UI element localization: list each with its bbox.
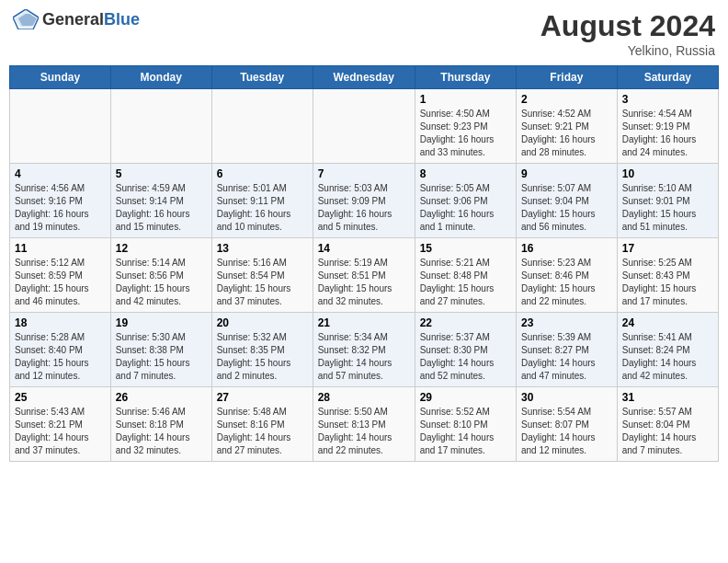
calendar-cell: 12Sunrise: 5:14 AM Sunset: 8:56 PM Dayli…: [110, 238, 211, 313]
week-row-2: 4Sunrise: 4:56 AM Sunset: 9:16 PM Daylig…: [10, 164, 719, 238]
day-number: 16: [521, 242, 612, 255]
day-info: Sunrise: 4:56 AM Sunset: 9:16 PM Dayligh…: [15, 182, 106, 234]
calendar-cell: 22Sunrise: 5:37 AM Sunset: 8:30 PM Dayli…: [415, 313, 516, 387]
day-info: Sunrise: 5:23 AM Sunset: 8:46 PM Dayligh…: [521, 257, 612, 308]
day-number: 29: [420, 391, 511, 404]
day-info: Sunrise: 5:14 AM Sunset: 8:56 PM Dayligh…: [116, 257, 207, 308]
calendar-cell: 30Sunrise: 5:54 AM Sunset: 8:07 PM Dayli…: [516, 387, 617, 462]
calendar-cell: 27Sunrise: 5:48 AM Sunset: 8:16 PM Dayli…: [211, 387, 313, 462]
day-number: 1: [420, 93, 511, 106]
day-number: 17: [622, 242, 713, 255]
day-info: Sunrise: 5:46 AM Sunset: 8:18 PM Dayligh…: [116, 406, 207, 457]
calendar-cell: 23Sunrise: 5:39 AM Sunset: 8:27 PM Dayli…: [516, 313, 617, 387]
subtitle: Yelkino, Russia: [540, 43, 715, 58]
calendar-cell: 1Sunrise: 4:50 AM Sunset: 9:23 PM Daylig…: [415, 89, 516, 164]
day-number: 25: [15, 391, 106, 404]
calendar-cell: 17Sunrise: 5:25 AM Sunset: 8:43 PM Dayli…: [617, 238, 718, 313]
day-number: 3: [622, 93, 713, 106]
calendar-body: 1Sunrise: 4:50 AM Sunset: 9:23 PM Daylig…: [10, 89, 719, 462]
day-number: 27: [217, 391, 308, 404]
calendar-table: SundayMondayTuesdayWednesdayThursdayFrid…: [9, 65, 719, 462]
calendar-cell: 4Sunrise: 4:56 AM Sunset: 9:16 PM Daylig…: [10, 164, 111, 238]
day-header-wednesday: Wednesday: [313, 66, 415, 89]
calendar-cell: 13Sunrise: 5:16 AM Sunset: 8:54 PM Dayli…: [211, 238, 313, 313]
header-row: SundayMondayTuesdayWednesdayThursdayFrid…: [10, 66, 719, 89]
day-header-sunday: Sunday: [10, 66, 111, 89]
day-number: 10: [622, 167, 713, 180]
logo-blue: Blue: [104, 10, 140, 29]
calendar-cell: 24Sunrise: 5:41 AM Sunset: 8:24 PM Dayli…: [617, 313, 718, 387]
week-row-5: 25Sunrise: 5:43 AM Sunset: 8:21 PM Dayli…: [10, 387, 719, 462]
calendar-cell: 26Sunrise: 5:46 AM Sunset: 8:18 PM Dayli…: [110, 387, 211, 462]
day-header-thursday: Thursday: [415, 66, 516, 89]
day-info: Sunrise: 5:01 AM Sunset: 9:11 PM Dayligh…: [217, 182, 308, 234]
calendar-cell: 18Sunrise: 5:28 AM Sunset: 8:40 PM Dayli…: [10, 313, 111, 387]
day-info: Sunrise: 5:50 AM Sunset: 8:13 PM Dayligh…: [318, 406, 410, 457]
day-number: 19: [116, 316, 207, 329]
day-info: Sunrise: 5:57 AM Sunset: 8:04 PM Dayligh…: [622, 406, 713, 457]
day-info: Sunrise: 5:25 AM Sunset: 8:43 PM Dayligh…: [622, 257, 713, 308]
logo-icon: [13, 9, 39, 29]
day-number: 2: [521, 93, 612, 106]
week-row-1: 1Sunrise: 4:50 AM Sunset: 9:23 PM Daylig…: [10, 89, 719, 164]
calendar-cell: 2Sunrise: 4:52 AM Sunset: 9:21 PM Daylig…: [516, 89, 617, 164]
day-number: 26: [116, 391, 207, 404]
calendar-cell: 31Sunrise: 5:57 AM Sunset: 8:04 PM Dayli…: [617, 387, 718, 462]
day-info: Sunrise: 5:21 AM Sunset: 8:48 PM Dayligh…: [420, 257, 511, 308]
day-number: 24: [622, 316, 713, 329]
title-block: August 2024 Yelkino, Russia: [540, 9, 715, 58]
calendar-cell: [110, 89, 211, 164]
calendar-cell: 28Sunrise: 5:50 AM Sunset: 8:13 PM Dayli…: [313, 387, 415, 462]
day-number: 28: [318, 391, 410, 404]
day-header-saturday: Saturday: [617, 66, 718, 89]
calendar-cell: 15Sunrise: 5:21 AM Sunset: 8:48 PM Dayli…: [415, 238, 516, 313]
calendar-cell: 7Sunrise: 5:03 AM Sunset: 9:09 PM Daylig…: [313, 164, 415, 238]
day-info: Sunrise: 4:50 AM Sunset: 9:23 PM Dayligh…: [420, 108, 511, 159]
day-number: 22: [420, 316, 511, 329]
day-info: Sunrise: 5:54 AM Sunset: 8:07 PM Dayligh…: [521, 406, 612, 457]
main-title: August 2024: [540, 9, 715, 43]
day-info: Sunrise: 5:34 AM Sunset: 8:32 PM Dayligh…: [318, 331, 410, 383]
day-info: Sunrise: 4:54 AM Sunset: 9:19 PM Dayligh…: [622, 108, 713, 159]
day-info: Sunrise: 5:52 AM Sunset: 8:10 PM Dayligh…: [420, 406, 511, 457]
day-info: Sunrise: 4:59 AM Sunset: 9:14 PM Dayligh…: [116, 182, 207, 234]
day-info: Sunrise: 5:48 AM Sunset: 8:16 PM Dayligh…: [217, 406, 308, 457]
day-info: Sunrise: 4:52 AM Sunset: 9:21 PM Dayligh…: [521, 108, 612, 159]
calendar-cell: 21Sunrise: 5:34 AM Sunset: 8:32 PM Dayli…: [313, 313, 415, 387]
calendar-cell: 9Sunrise: 5:07 AM Sunset: 9:04 PM Daylig…: [516, 164, 617, 238]
day-header-tuesday: Tuesday: [211, 66, 313, 89]
day-info: Sunrise: 5:12 AM Sunset: 8:59 PM Dayligh…: [15, 257, 106, 308]
calendar-cell: 8Sunrise: 5:05 AM Sunset: 9:06 PM Daylig…: [415, 164, 516, 238]
day-number: 31: [622, 391, 713, 404]
day-number: 30: [521, 391, 612, 404]
day-number: 23: [521, 316, 612, 329]
day-info: Sunrise: 5:19 AM Sunset: 8:51 PM Dayligh…: [318, 257, 410, 308]
day-info: Sunrise: 5:30 AM Sunset: 8:38 PM Dayligh…: [116, 331, 207, 383]
page-header: GeneralBlue August 2024 Yelkino, Russia: [9, 9, 719, 58]
calendar-header: SundayMondayTuesdayWednesdayThursdayFrid…: [10, 66, 719, 89]
day-info: Sunrise: 5:28 AM Sunset: 8:40 PM Dayligh…: [15, 331, 106, 383]
day-info: Sunrise: 5:10 AM Sunset: 9:01 PM Dayligh…: [622, 182, 713, 234]
logo-text: GeneralBlue: [42, 10, 140, 29]
calendar-cell: 16Sunrise: 5:23 AM Sunset: 8:46 PM Dayli…: [516, 238, 617, 313]
day-info: Sunrise: 5:43 AM Sunset: 8:21 PM Dayligh…: [15, 406, 106, 457]
day-header-friday: Friday: [516, 66, 617, 89]
day-number: 13: [217, 242, 308, 255]
day-number: 20: [217, 316, 308, 329]
day-number: 15: [420, 242, 511, 255]
day-header-monday: Monday: [110, 66, 211, 89]
week-row-3: 11Sunrise: 5:12 AM Sunset: 8:59 PM Dayli…: [10, 238, 719, 313]
week-row-4: 18Sunrise: 5:28 AM Sunset: 8:40 PM Dayli…: [10, 313, 719, 387]
calendar-cell: 6Sunrise: 5:01 AM Sunset: 9:11 PM Daylig…: [211, 164, 313, 238]
day-number: 11: [15, 242, 106, 255]
day-number: 8: [420, 167, 511, 180]
day-info: Sunrise: 5:07 AM Sunset: 9:04 PM Dayligh…: [521, 182, 612, 234]
day-number: 14: [318, 242, 410, 255]
logo: GeneralBlue: [13, 9, 140, 29]
calendar-cell: 25Sunrise: 5:43 AM Sunset: 8:21 PM Dayli…: [10, 387, 111, 462]
day-info: Sunrise: 5:16 AM Sunset: 8:54 PM Dayligh…: [217, 257, 308, 308]
day-number: 9: [521, 167, 612, 180]
calendar-cell: [313, 89, 415, 164]
day-info: Sunrise: 5:03 AM Sunset: 9:09 PM Dayligh…: [318, 182, 410, 234]
day-info: Sunrise: 5:37 AM Sunset: 8:30 PM Dayligh…: [420, 331, 511, 383]
